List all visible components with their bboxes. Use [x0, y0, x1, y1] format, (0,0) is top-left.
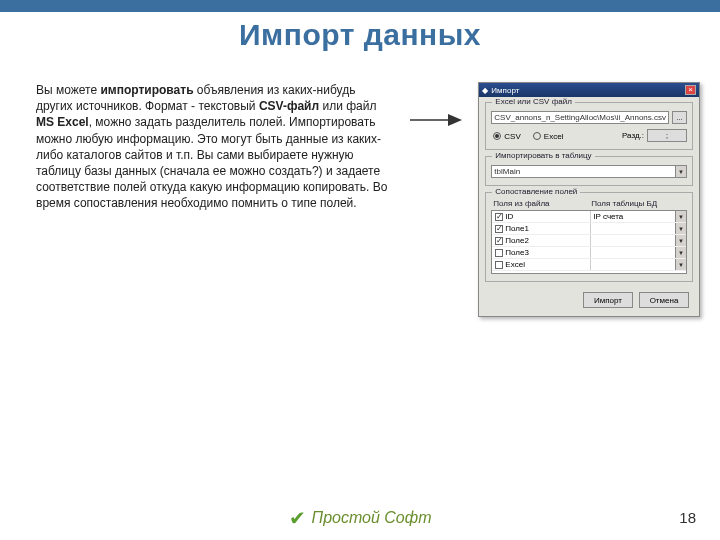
- checkbox-icon[interactable]: [495, 249, 503, 257]
- row-src: Поле1: [505, 224, 529, 233]
- format-radio-group: CSV Excel: [491, 131, 563, 141]
- mapping-row[interactable]: ID IP счета▼: [492, 211, 686, 223]
- row-dst-value: IP счета: [593, 212, 623, 221]
- row-dst-dropdown[interactable]: ▼: [590, 247, 686, 258]
- header-dest: Поля таблицы БД: [591, 199, 685, 208]
- slide-title: Импорт данных: [0, 18, 720, 52]
- row-src: ID: [505, 212, 513, 221]
- checkbox-icon[interactable]: [495, 225, 503, 233]
- brand-name: Простой Софт: [312, 509, 432, 527]
- row-dst-dropdown[interactable]: ▼: [590, 259, 686, 270]
- radio-dot-icon: [533, 132, 541, 140]
- dropdown-value: tblMain: [494, 167, 520, 176]
- close-button[interactable]: ×: [685, 85, 696, 95]
- slide: Импорт данных Вы можете импортировать об…: [0, 0, 720, 540]
- import-dialog: ◆ Импорт × Excel или CSV файл CSV_annons…: [478, 82, 700, 317]
- text-part: или файл: [319, 99, 376, 113]
- chevron-down-icon: ▼: [675, 235, 686, 246]
- row-dst-dropdown[interactable]: ▼: [590, 223, 686, 234]
- radio-csv[interactable]: CSV: [493, 132, 520, 141]
- chevron-down-icon: ▼: [675, 247, 686, 258]
- chevron-down-icon: ▼: [675, 223, 686, 234]
- row-dst-dropdown[interactable]: IP счета▼: [590, 211, 686, 222]
- text-part: , можно задать разделитель полей. Импорт…: [36, 115, 387, 210]
- text-bold: MS Excel: [36, 115, 89, 129]
- brand-logo: ✔ Простой Софт: [289, 506, 432, 530]
- checkbox-icon[interactable]: [495, 237, 503, 245]
- radio-label: CSV: [504, 132, 520, 141]
- mapping-row[interactable]: Excel ▼: [492, 259, 686, 271]
- group-field-mapping: Сопоставление полей Поля из файла Поля т…: [485, 192, 693, 282]
- checkbox-icon[interactable]: [495, 213, 503, 221]
- mapping-list: ID IP счета▼ Поле1 ▼ Поле2 ▼ Поле3: [491, 210, 687, 274]
- text-bold: импортировать: [100, 83, 193, 97]
- group-label: Импортировать в таблицу: [492, 151, 594, 160]
- arrow-icon: [408, 82, 464, 317]
- chevron-down-icon: ▼: [675, 166, 686, 177]
- mapping-row[interactable]: Поле1 ▼: [492, 223, 686, 235]
- dialog-icon: ◆: [482, 86, 488, 95]
- row-src: Поле2: [505, 236, 529, 245]
- description-text: Вы можете импортировать объявления из ка…: [36, 82, 394, 317]
- text-part: Вы можете: [36, 83, 100, 97]
- row-src: Excel: [505, 260, 525, 269]
- cancel-button[interactable]: Отмена: [639, 292, 689, 308]
- dialog-body: Excel или CSV файл CSV_annons_n_SettingA…: [479, 97, 699, 316]
- content-row: Вы можете импортировать объявления из ка…: [0, 52, 720, 317]
- dialog-buttons: Импорт Отмена: [485, 288, 693, 308]
- delimiter-label: Разд.:: [622, 131, 644, 140]
- group-label: Excel или CSV файл: [492, 97, 574, 106]
- header-source: Поля из файла: [493, 199, 591, 208]
- svg-marker-1: [448, 114, 462, 126]
- row-dst-dropdown[interactable]: ▼: [590, 235, 686, 246]
- check-icon: ✔: [289, 506, 306, 530]
- delimiter-input[interactable]: ;: [647, 129, 687, 142]
- page-number: 18: [679, 509, 696, 526]
- radio-excel[interactable]: Excel: [533, 132, 564, 141]
- group-target-table: Импортировать в таблицу tblMain ▼: [485, 156, 693, 186]
- top-bar: [0, 0, 720, 12]
- row-src: Поле3: [505, 248, 529, 257]
- mapping-row[interactable]: Поле2 ▼: [492, 235, 686, 247]
- dialog-titlebar: ◆ Импорт ×: [479, 83, 699, 97]
- group-label: Сопоставление полей: [492, 187, 580, 196]
- radio-label: Excel: [544, 132, 564, 141]
- mapping-row[interactable]: Поле3 ▼: [492, 247, 686, 259]
- footer: ✔ Простой Софт: [0, 506, 720, 530]
- import-button[interactable]: Импорт: [583, 292, 633, 308]
- radio-dot-icon: [493, 132, 501, 140]
- chevron-down-icon: ▼: [675, 259, 686, 270]
- table-dropdown[interactable]: tblMain ▼: [491, 165, 687, 178]
- group-source-file: Excel или CSV файл CSV_annons_n_SettingA…: [485, 102, 693, 150]
- chevron-down-icon: ▼: [675, 211, 686, 222]
- dialog-title-text: Импорт: [491, 86, 519, 95]
- text-bold: CSV-файл: [259, 99, 319, 113]
- checkbox-icon[interactable]: [495, 261, 503, 269]
- file-path-input[interactable]: CSV_annons_n_SettingAlloc\Mos\ii_Annons.…: [491, 111, 669, 124]
- browse-button[interactable]: ...: [672, 111, 687, 124]
- mapping-header: Поля из файла Поля таблицы БД: [491, 199, 687, 210]
